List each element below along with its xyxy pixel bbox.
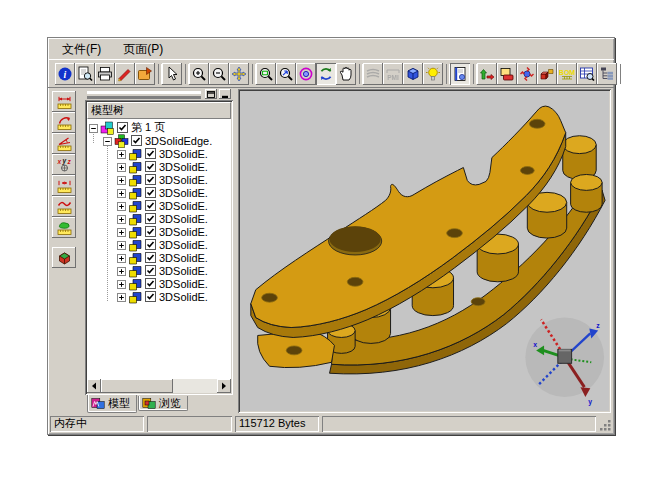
visibility-checkbox[interactable] [145, 226, 156, 237]
scroll-thumb[interactable] [101, 379, 173, 393]
tree-row[interactable]: 第 1 页 [87, 121, 231, 134]
pmi-button[interactable]: PMI [383, 63, 403, 85]
resize-grip[interactable] [599, 416, 612, 432]
hand-pan-button[interactable] [336, 63, 356, 85]
menu-item-0[interactable]: 文件(F) [62, 41, 101, 58]
plus-expander[interactable] [117, 279, 126, 288]
lightbulb-button[interactable] [423, 63, 443, 85]
scroll-left-button[interactable] [87, 379, 101, 393]
tree-row[interactable]: 3DSolidE. [87, 290, 231, 303]
edit-pen-button[interactable] [115, 63, 135, 85]
visibility-checkbox[interactable] [145, 161, 156, 172]
table-search-button[interactable] [577, 63, 597, 85]
dim-linear-button[interactable] [52, 91, 76, 112]
visibility-checkbox[interactable] [145, 148, 156, 159]
tree-row[interactable]: 3DSolidEdge. [87, 134, 231, 147]
pane-float-button[interactable] [205, 89, 217, 99]
zoom-in-button[interactable] [189, 63, 209, 85]
model-tree-panel: 模型树 第 1 页3DSolidEdge.3DSolidE.3DSolidE.3… [84, 88, 236, 415]
tree-row[interactable]: 3DSolidE. [87, 173, 231, 186]
visibility-checkbox[interactable] [145, 174, 156, 185]
volume-box-button[interactable] [52, 247, 76, 268]
zoom-out-button[interactable] [209, 63, 229, 85]
zoom-window-button[interactable] [256, 63, 276, 85]
plus-expander[interactable] [117, 240, 126, 249]
tree-row[interactable]: 3DSolidE. [87, 199, 231, 212]
tree-row[interactable]: 3DSolidE. [87, 212, 231, 225]
visibility-checkbox[interactable] [145, 291, 156, 302]
pane-hide-button[interactable] [219, 89, 231, 99]
dim-angle-button[interactable] [52, 133, 76, 154]
export-package-button[interactable] [135, 63, 155, 85]
tree-row[interactable]: 3DSolidE. [87, 238, 231, 251]
minus-expander[interactable] [103, 136, 112, 145]
zoom-dynamic-button[interactable] [276, 63, 296, 85]
axis-x-label: x [533, 341, 537, 348]
print-button[interactable] [95, 63, 115, 85]
visibility-checkbox[interactable] [145, 187, 156, 198]
scroll-track[interactable] [101, 379, 217, 393]
plus-expander[interactable] [117, 201, 126, 210]
pan-move-button[interactable] [229, 63, 249, 85]
tree-row[interactable]: 3DSolidE. [87, 147, 231, 160]
tree-view-button[interactable] [597, 63, 617, 85]
dim-distance-button[interactable] [52, 175, 76, 196]
curve-measure-button[interactable] [52, 196, 76, 217]
coord-xyz-button[interactable]: xyz [52, 154, 76, 175]
plus-expander[interactable] [117, 214, 126, 223]
minus-expander[interactable] [89, 123, 98, 132]
explode-blocks-icon [539, 66, 555, 82]
rotate-center-button[interactable] [517, 63, 537, 85]
orientation-trackball[interactable]: x z y [525, 318, 604, 406]
dim-radius-button[interactable] [52, 112, 76, 133]
bom-button[interactable]: BOM [557, 63, 577, 85]
transform-arrows-button[interactable] [477, 63, 497, 85]
select-cursor-button[interactable] [162, 63, 182, 85]
tree-row[interactable]: 3DSolidE. [87, 160, 231, 173]
rotate-button[interactable] [316, 63, 336, 85]
viewport-3d[interactable]: x z y [238, 89, 611, 413]
plus-expander[interactable] [117, 162, 126, 171]
tree-row[interactable]: 3DSolidE. [87, 251, 231, 264]
visibility-checkbox[interactable] [117, 122, 128, 133]
info-button[interactable]: i [55, 63, 75, 85]
snapshot-button[interactable] [497, 63, 517, 85]
layers-button[interactable] [363, 63, 383, 85]
visibility-checkbox[interactable] [145, 252, 156, 263]
visibility-checkbox[interactable] [145, 265, 156, 276]
menu-item-1[interactable]: 页面(P) [123, 41, 163, 58]
tree-row[interactable]: 3DSolidE. [87, 264, 231, 277]
part-icon [128, 199, 143, 213]
plus-expander[interactable] [117, 175, 126, 184]
visibility-checkbox[interactable] [145, 200, 156, 211]
explode-blocks-button[interactable] [537, 63, 557, 85]
plus-expander[interactable] [117, 227, 126, 236]
roller-right-lower [571, 174, 602, 212]
pane-gripper[interactable] [85, 89, 233, 99]
roller-right-upper [563, 136, 596, 180]
plus-expander[interactable] [117, 266, 126, 275]
tree-row[interactable]: 3DSolidE. [87, 225, 231, 238]
tab-model-tab[interactable]: 模型 [87, 395, 137, 413]
tab-browse-tab[interactable]: 浏览 [138, 396, 188, 411]
area-measure-button[interactable] [52, 217, 76, 238]
visibility-checkbox[interactable] [131, 135, 142, 146]
visibility-checkbox[interactable] [145, 278, 156, 289]
print-preview-button[interactable] [75, 63, 95, 85]
plus-expander[interactable] [117, 253, 126, 262]
tree-horizontal-scrollbar[interactable] [87, 379, 231, 393]
scroll-right-button[interactable] [217, 379, 231, 393]
plus-expander[interactable] [117, 292, 126, 301]
arrow-right-icon [222, 383, 226, 390]
cube-view-button[interactable] [403, 63, 423, 85]
visibility-checkbox[interactable] [145, 239, 156, 250]
orbit-button[interactable] [296, 63, 316, 85]
tree-item-label: 3DSolidE. [159, 252, 208, 264]
tree-row[interactable]: 3DSolidE. [87, 277, 231, 290]
visibility-checkbox[interactable] [145, 213, 156, 224]
notebook-button[interactable] [450, 63, 470, 85]
gripper-ridges [87, 91, 201, 99]
plus-expander[interactable] [117, 149, 126, 158]
plus-expander[interactable] [117, 188, 126, 197]
tree-row[interactable]: 3DSolidE. [87, 186, 231, 199]
